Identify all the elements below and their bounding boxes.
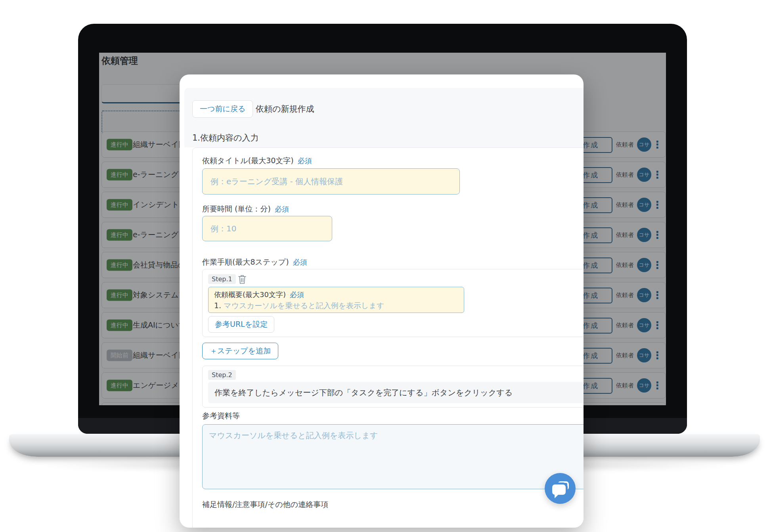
step2-text: 作業を終了したらメッセージ下部の「タスクを完了にする」ボタンをクリックする: [208, 382, 584, 403]
reference-label: 参考資料等: [202, 411, 240, 421]
chat-widget-button[interactable]: [545, 473, 576, 504]
step-summary-label-text: 依頼概要(最大30文字): [214, 290, 286, 299]
step-summary-label: 依頼概要(最大30文字)必須: [214, 290, 458, 299]
step-number-prefix: 1.: [214, 301, 221, 310]
step-summary-placeholder-text: マウスカーソルを乗せると記入例を表示します: [224, 301, 384, 310]
reference-textarea[interactable]: [202, 424, 584, 489]
required-badge: 必須: [298, 156, 312, 165]
request-title-input[interactable]: [202, 168, 460, 194]
step2-chip: Step.2: [208, 370, 236, 380]
page-background: 依頼管理 進行中組織サーベイ回新規作成依頼者コサ⋮進行中e-ラーニング：新規作成…: [0, 0, 773, 532]
set-reference-url-button[interactable]: 参考URLを設定: [208, 316, 274, 333]
chat-bubble-icon: [552, 481, 569, 496]
step-summary-placeholder: 1. マウスカーソルを乗せると記入例を表示します: [214, 301, 458, 311]
required-badge: 必須: [290, 290, 304, 299]
required-badge: 必須: [275, 205, 289, 213]
request-title-label-text: 依頼タイトル(最大30文字): [202, 156, 294, 165]
add-step-button[interactable]: ＋ステップを追加: [202, 343, 278, 359]
duration-label-text: 所要時間 (単位：分): [202, 204, 271, 213]
modal-title: 依頼の新規作成: [256, 100, 314, 118]
step1-chip: Step.1: [208, 274, 236, 284]
request-title-label: 依頼タイトル(最大30文字)必須: [202, 156, 312, 166]
steps-label-text: 作業手順(最大8ステップ): [202, 257, 289, 266]
request-form-card: 依頼タイトル(最大30文字)必須 所要時間 (単位：分)必須 作業手順(最大8ス…: [192, 147, 584, 528]
required-badge: 必須: [293, 258, 307, 266]
steps-label: 作業手順(最大8ステップ)必須: [202, 257, 307, 267]
new-request-modal: 一つ前に戻る 依頼の新規作成 1.依頼内容の入力 依頼タイトル(最大30文字)必…: [180, 74, 584, 528]
section-heading: 1.依頼内容の入力: [192, 132, 259, 143]
duration-input[interactable]: [202, 216, 332, 241]
supplement-label: 補足情報/注意事項/その他の連絡事項: [202, 500, 328, 510]
chat-bubble-front: [552, 484, 566, 495]
step1-container: Step.1 依頼概要(最大30文字)必須 1. マウスカーソルを乗せると記入例…: [202, 269, 584, 337]
step-summary-input[interactable]: 依頼概要(最大30文字)必須 1. マウスカーソルを乗せると記入例を表示します: [208, 287, 464, 313]
back-button[interactable]: 一つ前に戻る: [192, 100, 253, 118]
step2-container: Step.2 作業を終了したらメッセージ下部の「タスクを完了にする」ボタンをクリ…: [202, 366, 584, 408]
duration-label: 所要時間 (単位：分)必須: [202, 204, 289, 214]
delete-step-icon[interactable]: [237, 274, 247, 284]
